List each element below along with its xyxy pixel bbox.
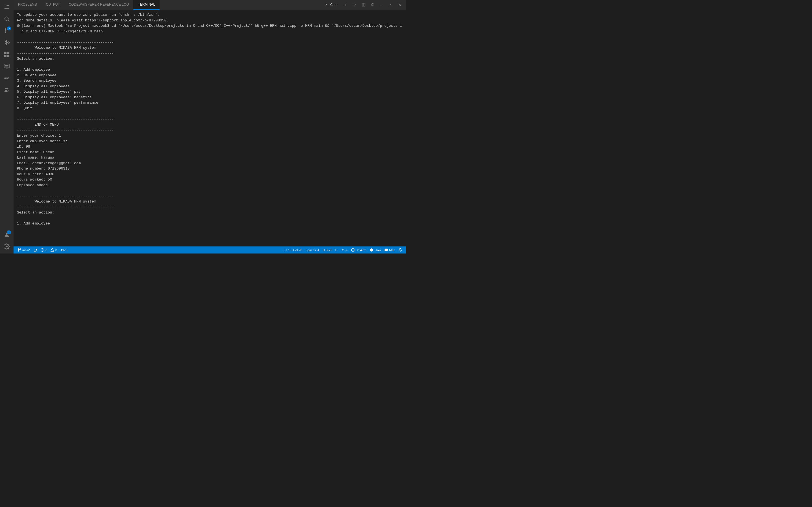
svg-point-22 [18, 250, 19, 251]
more-options-button[interactable]: ··· [378, 1, 386, 9]
source-control-badge: 3 [7, 26, 11, 31]
menu-item-3: 3. Search employee [17, 78, 403, 83]
sync-status[interactable] [32, 246, 39, 253]
terminal-line: Enter employee details: [17, 138, 403, 144]
account-icon[interactable]: 1 [2, 230, 11, 239]
separator-line: ----------------------------------------… [17, 117, 403, 122]
separator-line: ----------------------------------------… [17, 51, 403, 56]
svg-point-13 [5, 88, 7, 90]
separator-line: ----------------------------------------… [17, 128, 403, 133]
activity-bar-bottom: 1 [2, 230, 11, 253]
terminal-content[interactable]: To update your account to use zsh, pleas… [13, 10, 406, 246]
error-icon [41, 248, 44, 252]
notification-bell-status[interactable] [397, 246, 404, 253]
choice-line: Enter your choice: 1 [17, 133, 403, 138]
flow-icon [370, 248, 373, 252]
menu-item-8: 8. Quit [17, 106, 403, 111]
run-debug-icon[interactable] [2, 38, 11, 47]
settings-icon[interactable] [2, 242, 11, 251]
sync-icon [34, 248, 37, 252]
aws-icon[interactable]: aws [2, 73, 11, 83]
clock-icon [351, 248, 355, 252]
flow-label-status[interactable]: Flow [368, 246, 383, 253]
chevron-up-icon [389, 3, 393, 6]
svg-point-5 [5, 44, 6, 45]
terminal-line [17, 216, 403, 221]
monitor-icon [384, 248, 388, 252]
menu-item-2: 2. Delete employee [17, 73, 403, 78]
warnings-status[interactable]: 0 [49, 246, 59, 253]
svg-rect-31 [385, 249, 388, 251]
svg-rect-8 [4, 52, 6, 54]
svg-rect-12 [4, 64, 9, 68]
tab-terminal[interactable]: TERMINAL [133, 0, 160, 10]
add-terminal-button[interactable]: + [342, 1, 350, 9]
separator-line: ----------------------------------------… [17, 205, 403, 210]
branch-status[interactable]: main* [16, 246, 32, 253]
main-area: PROBLEMS OUTPUT CODEWHISPERER REFERENCE … [13, 0, 406, 253]
activity-bar-top: 3 [2, 2, 11, 230]
split-icon [362, 3, 366, 7]
errors-status[interactable]: 0 [39, 246, 49, 253]
svg-point-7 [5, 40, 6, 42]
terminal-line [17, 111, 403, 117]
terminal-line: Email: oscarkaruga1@gmail.com [17, 161, 403, 166]
tab-actions: Code + [323, 1, 406, 9]
source-control-icon[interactable]: 3 [2, 26, 11, 36]
bell-icon [398, 248, 402, 252]
team-icon[interactable] [2, 85, 11, 95]
search-icon[interactable] [2, 14, 11, 24]
terminal-line: Last name: karuga [17, 155, 403, 161]
branch-icon [17, 248, 21, 252]
svg-point-21 [18, 249, 19, 249]
svg-point-14 [7, 88, 8, 90]
menu-item-5: 5. Display all employees' pay [17, 89, 403, 95]
code-label: Code [323, 3, 341, 7]
terminal-line: Hours worked: 50 [17, 177, 403, 182]
aws-status[interactable]: AWS [59, 246, 69, 253]
explorer-icon[interactable] [2, 2, 11, 12]
svg-line-1 [8, 20, 9, 21]
spaces-status[interactable]: Spaces: 4 [304, 246, 321, 253]
tab-problems[interactable]: PROBLEMS [13, 0, 42, 10]
terminal-line [17, 188, 403, 193]
line-col-status[interactable]: Ln 15, Col 20 [282, 246, 304, 253]
encoding-status[interactable]: UTF-8 [321, 246, 333, 253]
close-panel-button[interactable] [396, 1, 404, 9]
activity-bar: 3 [0, 0, 13, 253]
line-ending-status[interactable]: LF [333, 246, 340, 253]
welcome-line-2: Welcome to MIKASA HRM system [17, 199, 403, 205]
maximize-panel-button[interactable] [387, 1, 395, 9]
remote-explorer-icon[interactable] [2, 61, 11, 71]
mac-status[interactable]: Mac [383, 246, 397, 253]
menu-item-6: 6. Display all employees' benefits [17, 95, 403, 100]
separator-line: ----------------------------------------… [17, 40, 403, 45]
menu-item-4: 4. Display all employees [17, 83, 403, 89]
terminal-line [17, 34, 403, 40]
terminal-prompt-icon [325, 3, 329, 7]
svg-point-0 [5, 17, 8, 20]
end-of-menu-line: END OF MENU [17, 122, 403, 128]
close-icon [398, 3, 402, 6]
language-status[interactable]: C++ [340, 246, 349, 253]
extensions-icon[interactable] [2, 50, 11, 59]
chevron-down-button[interactable] [351, 1, 359, 9]
svg-point-4 [5, 32, 6, 33]
terminal-line: To update your account to use zsh, pleas… [17, 12, 403, 18]
flow-time-status[interactable]: 3h 47m [349, 246, 368, 253]
status-bar-left: main* 0 [16, 246, 69, 253]
terminal-line: For more details, please visit https://s… [17, 18, 403, 23]
svg-point-2 [5, 29, 6, 30]
delete-terminal-button[interactable] [369, 1, 377, 9]
terminal-line: ID: 98 [17, 144, 403, 150]
svg-rect-10 [4, 55, 6, 57]
terminal-prompt-line: (learn-env) MacBook-Pro:Project macbook$… [17, 23, 403, 34]
terminal-line: Select an action: [17, 210, 403, 216]
welcome-line: Welcome to MIKASA HRM system [17, 45, 403, 51]
terminal-line [17, 62, 403, 67]
tab-output[interactable]: OUTPUT [42, 0, 64, 10]
terminal-line: Hourly rate: 4030 [17, 172, 403, 177]
split-terminal-button[interactable] [360, 1, 368, 9]
tab-codewhisperer[interactable]: CODEWHISPERER REFERENCE LOG [64, 0, 133, 10]
terminal-line: Select an action: [17, 56, 403, 62]
